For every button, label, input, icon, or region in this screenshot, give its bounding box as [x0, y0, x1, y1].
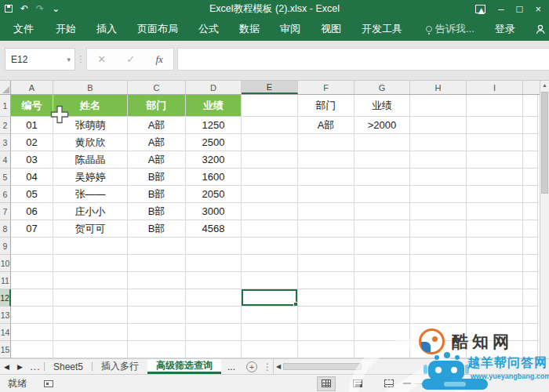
- cell-D7[interactable]: 3000: [186, 203, 242, 220]
- cell-G15[interactable]: [354, 341, 410, 358]
- cell-B13[interactable]: [53, 307, 128, 324]
- cell-A3[interactable]: 02: [11, 134, 53, 151]
- cell-H13[interactable]: [410, 307, 467, 324]
- row-header-14[interactable]: 14: [0, 324, 11, 341]
- cell-A13[interactable]: [11, 307, 53, 324]
- cell-B2[interactable]: 张萌萌: [53, 117, 128, 134]
- cell-G8[interactable]: [354, 220, 410, 238]
- cell-H12[interactable]: [410, 289, 467, 307]
- row-header-10[interactable]: 10: [0, 255, 11, 272]
- cell-D11[interactable]: [186, 272, 242, 289]
- cell-E15[interactable]: [242, 341, 298, 358]
- row-header-9[interactable]: 9: [0, 238, 11, 255]
- cell-A7[interactable]: 06: [11, 203, 53, 220]
- scroll-left-icon[interactable]: ◀: [276, 363, 281, 370]
- row-header-13[interactable]: 13: [0, 307, 11, 324]
- cell-C2[interactable]: A部: [128, 117, 186, 134]
- cell-G1[interactable]: 业绩: [354, 95, 410, 117]
- cell-C14[interactable]: [128, 324, 186, 341]
- cell-D14[interactable]: [186, 324, 242, 341]
- cell-B8[interactable]: 贺可可: [53, 220, 128, 238]
- cell-A1[interactable]: 编号: [11, 95, 53, 117]
- cell-H15[interactable]: [410, 341, 467, 358]
- cell-A8[interactable]: 07: [11, 220, 53, 238]
- tab-formulas[interactable]: 公式: [188, 17, 229, 41]
- cell-F3[interactable]: [298, 134, 354, 151]
- cell-A2[interactable]: 01: [11, 117, 53, 134]
- column-header-D[interactable]: D: [186, 81, 242, 94]
- tab-page-layout[interactable]: 页面布局: [127, 17, 188, 41]
- row-header-11[interactable]: 11: [0, 272, 11, 289]
- new-sheet-button[interactable]: +: [242, 359, 262, 374]
- select-all-corner[interactable]: [0, 81, 11, 94]
- cell-F13[interactable]: [298, 307, 354, 324]
- formula-input[interactable]: [177, 48, 549, 71]
- cell-E12[interactable]: [242, 289, 298, 307]
- cell-F8[interactable]: [298, 220, 354, 238]
- cell-G12[interactable]: [354, 289, 410, 307]
- cell-D15[interactable]: [186, 341, 242, 358]
- row-header-4[interactable]: 4: [0, 151, 11, 169]
- cell-E3[interactable]: [242, 134, 298, 151]
- cell-F5[interactable]: [298, 169, 354, 186]
- cell-C6[interactable]: B部: [128, 186, 186, 203]
- cell-C10[interactable]: [128, 255, 186, 272]
- cell-I14[interactable]: [467, 324, 523, 341]
- cell-D4[interactable]: 3200: [186, 151, 242, 169]
- page-break-view-button[interactable]: [380, 376, 398, 391]
- cell-A14[interactable]: [11, 324, 53, 341]
- cell-G7[interactable]: [354, 203, 410, 220]
- cell-A15[interactable]: [11, 341, 53, 358]
- row-header-5[interactable]: 5: [0, 169, 11, 186]
- cell-E4[interactable]: [242, 151, 298, 169]
- cell-B12[interactable]: [53, 289, 128, 307]
- cell-F10[interactable]: [298, 255, 354, 272]
- cell-F4[interactable]: [298, 151, 354, 169]
- cell-G4[interactable]: [354, 151, 410, 169]
- cell-C3[interactable]: A部: [128, 134, 186, 151]
- cell-E8[interactable]: [242, 220, 298, 238]
- maximize-button[interactable]: □: [517, 4, 523, 14]
- cell-H11[interactable]: [410, 272, 467, 289]
- sheet-tab-sheet5[interactable]: Sheet5: [45, 359, 92, 374]
- zoom-slider[interactable]: [416, 383, 439, 384]
- cell-I10[interactable]: [467, 255, 523, 272]
- horizontal-scroll-thumb[interactable]: [283, 363, 362, 370]
- tab-home[interactable]: 开始: [45, 17, 86, 41]
- cell-D1[interactable]: 业绩: [186, 95, 242, 117]
- enter-icon[interactable]: ✓: [126, 53, 135, 65]
- cell-B3[interactable]: 黄欣欣: [53, 134, 128, 151]
- cell-G9[interactable]: [354, 238, 410, 255]
- row-header-8[interactable]: 8: [0, 220, 11, 238]
- cell-C7[interactable]: B部: [128, 203, 186, 220]
- cell-I8[interactable]: [467, 220, 523, 238]
- cell-H9[interactable]: [410, 238, 467, 255]
- tab-developer[interactable]: 开发工具: [351, 17, 413, 41]
- column-header-F[interactable]: F: [298, 81, 354, 94]
- column-header-H[interactable]: H: [410, 81, 467, 94]
- vertical-scrollbar[interactable]: ▲: [540, 81, 549, 358]
- sheet-nav-right-icon[interactable]: ▶: [13, 359, 27, 374]
- cell-E10[interactable]: [242, 255, 298, 272]
- cell-B7[interactable]: 庄小小: [53, 203, 128, 220]
- cell-E7[interactable]: [242, 203, 298, 220]
- cell-B14[interactable]: [53, 324, 128, 341]
- page-layout-view-button[interactable]: [348, 376, 367, 391]
- cell-C11[interactable]: [128, 272, 186, 289]
- cell-E11[interactable]: [242, 272, 298, 289]
- cell-I13[interactable]: [467, 307, 523, 324]
- cell-E1[interactable]: [242, 95, 298, 117]
- cell-G2[interactable]: >2000: [354, 117, 410, 134]
- column-header-C[interactable]: C: [128, 81, 186, 94]
- cell-F15[interactable]: [298, 341, 354, 358]
- cell-C1[interactable]: 部门: [128, 95, 186, 117]
- cell-A12[interactable]: [11, 289, 53, 307]
- cell-H7[interactable]: [410, 203, 467, 220]
- row-header-1[interactable]: 1: [0, 95, 11, 117]
- cell-A11[interactable]: [11, 272, 53, 289]
- sheet-tab-insert-rows[interactable]: 插入多行: [93, 359, 147, 374]
- cell-A10[interactable]: [11, 255, 53, 272]
- cell-G3[interactable]: [354, 134, 410, 151]
- cell-E6[interactable]: [242, 186, 298, 203]
- cell-D5[interactable]: 1600: [186, 169, 242, 186]
